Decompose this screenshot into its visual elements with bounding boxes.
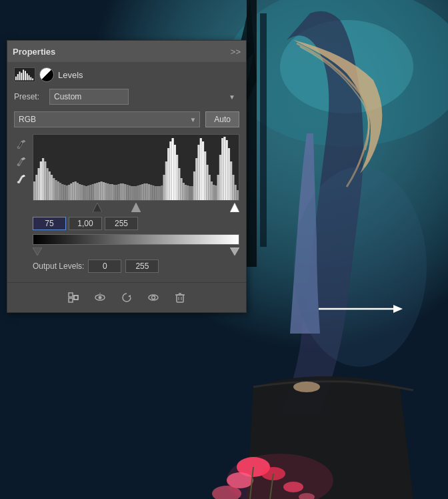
output-white-input[interactable] — [125, 260, 159, 273]
midtone-input-slider[interactable] — [131, 203, 141, 214]
svg-rect-44 — [59, 183, 61, 201]
black-eyedropper-button[interactable] — [14, 137, 29, 151]
white-eyedropper-icon — [16, 173, 27, 184]
svg-rect-88 — [155, 186, 157, 201]
svg-rect-119 — [221, 138, 223, 201]
svg-rect-24 — [25, 71, 26, 80]
slider-track — [33, 203, 239, 214]
svg-rect-96 — [171, 138, 173, 201]
preset-row: Preset: Custom Default Darker Increase C… — [14, 89, 239, 105]
panel-header: Properties >> — [7, 41, 246, 62]
svg-rect-123 — [230, 161, 232, 201]
svg-rect-64 — [103, 182, 105, 201]
svg-rect-94 — [167, 148, 169, 201]
svg-rect-142 — [177, 295, 183, 302]
svg-rect-103 — [187, 185, 189, 201]
svg-rect-36 — [42, 158, 44, 201]
svg-rect-47 — [66, 185, 68, 201]
channel-select-wrapper: RGB Red Green Blue — [14, 111, 200, 127]
svg-rect-80 — [137, 185, 139, 201]
svg-rect-25 — [27, 73, 28, 80]
svg-rect-104 — [189, 186, 191, 201]
svg-rect-106 — [193, 171, 195, 201]
gray-eyedropper-button[interactable] — [14, 154, 29, 169]
svg-marker-130 — [33, 247, 42, 256]
reset-button[interactable] — [117, 288, 136, 307]
svg-rect-20 — [17, 74, 19, 80]
svg-rect-46 — [63, 185, 65, 201]
svg-rect-53 — [79, 184, 81, 201]
svg-rect-132 — [69, 293, 73, 297]
svg-rect-38 — [46, 168, 48, 201]
svg-rect-81 — [139, 185, 141, 201]
svg-marker-139 — [128, 295, 131, 298]
svg-rect-58 — [89, 185, 91, 201]
svg-rect-122 — [228, 148, 230, 201]
svg-rect-82 — [141, 184, 143, 201]
view-previous-button[interactable] — [144, 288, 163, 307]
svg-rect-73 — [122, 183, 124, 201]
svg-rect-72 — [120, 183, 122, 201]
levels-icon-svg — [15, 67, 34, 81]
svg-rect-49 — [70, 183, 72, 201]
svg-rect-89 — [157, 186, 159, 201]
svg-rect-62 — [98, 182, 100, 201]
auto-button[interactable]: Auto — [205, 111, 239, 127]
output-sliders-row — [33, 246, 239, 257]
channel-select[interactable]: RGB Red Green Blue — [14, 111, 200, 127]
white-level-input[interactable] — [105, 217, 138, 230]
visibility-button[interactable] — [91, 288, 109, 307]
output-gradient-bar — [33, 234, 239, 245]
svg-point-6 — [293, 167, 427, 367]
svg-point-31 — [17, 181, 19, 183]
levels-icon — [14, 67, 35, 82]
black-input-slider[interactable] — [93, 203, 102, 214]
black-level-input[interactable] — [33, 217, 66, 230]
svg-rect-133 — [69, 298, 73, 302]
svg-rect-21 — [19, 71, 21, 80]
svg-rect-114 — [211, 181, 213, 201]
histogram-svg — [33, 135, 239, 201]
white-eyedropper-button[interactable] — [14, 171, 29, 186]
white-output-slider[interactable] — [230, 247, 239, 258]
output-levels-label: Output Levels: — [33, 262, 84, 271]
preset-select-wrapper: Custom Default Darker Increase Contrast … — [49, 89, 239, 105]
svg-rect-63 — [101, 181, 103, 201]
svg-rect-55 — [83, 185, 85, 201]
output-black-input[interactable] — [88, 260, 121, 273]
svg-rect-50 — [72, 182, 74, 201]
black-output-slider[interactable] — [33, 247, 42, 258]
midtone-level-input[interactable] — [69, 217, 102, 230]
svg-marker-127 — [93, 203, 102, 212]
svg-rect-134 — [74, 296, 78, 300]
svg-rect-67 — [109, 184, 111, 201]
gray-triangle-icon — [131, 203, 141, 212]
svg-rect-5 — [260, 13, 267, 247]
panel-collapse-button[interactable]: >> — [231, 47, 241, 57]
svg-rect-76 — [129, 185, 131, 201]
svg-rect-85 — [148, 184, 150, 201]
svg-rect-71 — [117, 184, 119, 201]
histogram-area: Output Levels: — [14, 134, 239, 273]
svg-rect-28 — [32, 79, 33, 81]
delete-button[interactable] — [171, 288, 189, 307]
svg-rect-97 — [174, 145, 176, 201]
black-eyedropper-icon — [16, 139, 27, 149]
panel-title: Properties — [13, 47, 55, 57]
svg-rect-35 — [40, 161, 42, 201]
svg-rect-52 — [77, 183, 79, 201]
panel-body: Levels Preset: Custom Default Darker Inc… — [7, 62, 246, 282]
white-input-slider[interactable] — [230, 203, 239, 214]
svg-rect-23 — [23, 69, 24, 80]
svg-rect-78 — [133, 186, 135, 201]
svg-rect-115 — [213, 185, 215, 201]
gray-eyedropper-icon — [16, 156, 27, 167]
eye-icon — [94, 292, 106, 304]
svg-rect-70 — [115, 185, 117, 201]
tools-column — [14, 134, 29, 273]
svg-rect-120 — [223, 137, 225, 201]
svg-rect-40 — [51, 175, 53, 201]
preset-select[interactable]: Custom Default Darker Increase Contrast … — [49, 89, 129, 105]
svg-rect-121 — [226, 140, 228, 201]
clip-layer-button[interactable] — [64, 288, 83, 307]
